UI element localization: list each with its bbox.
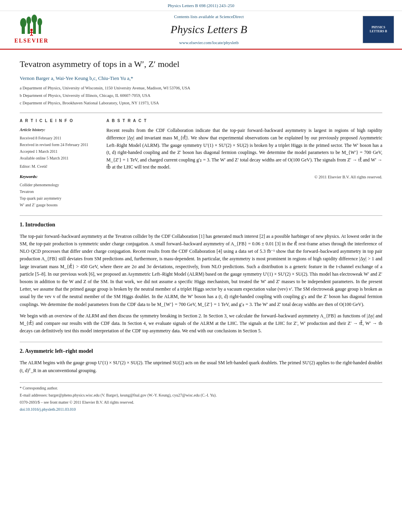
doi-line[interactable]: doi:10.1016/j.physletb.2011.03.010 [20, 406, 382, 412]
issn-line: 0370-2693/$ – see front matter © 2011 El… [20, 399, 382, 405]
article-history-label: Article history: [20, 127, 99, 133]
svg-point-7 [37, 18, 42, 26]
editor: Editor: M. Cvetič [20, 163, 99, 170]
section-1-title: 1. Introduction [20, 221, 382, 229]
article-info-header: A R T I C L E I N F O [20, 118, 99, 124]
alrm-para-1: The ALRM begins with the gauge group U′(… [20, 359, 382, 374]
article-title-section: Tevatron asymmetry of tops in a W′, Z′ m… [20, 57, 382, 107]
two-col-section: A R T I C L E I N F O Article history: R… [20, 113, 382, 208]
sciencedirect-link[interactable]: ScienceDirect [220, 14, 244, 19]
keyword-2: Tevatron [20, 188, 99, 195]
affiliation-a: a Department of Physics, University of W… [20, 85, 382, 92]
svg-line-11 [30, 35, 32, 36]
abstract-header: A B S T R A C T [106, 118, 382, 124]
journal-title-banner: Physics Letters B [55, 21, 363, 38]
keywords-list: Collider phenomenology Tevatron Top quar… [20, 182, 99, 208]
svg-rect-2 [28, 24, 30, 34]
journal-logo-right: PHYSICS LETTERS B [363, 16, 394, 43]
online-date: Available online 5 March 2011 [20, 155, 99, 161]
svg-point-8 [30, 29, 33, 31]
journal-banner: ELSEVIER Contents lists available at Sci… [0, 11, 402, 49]
section-alrm: 2. Asymmetric left–right model The ALRM … [20, 342, 382, 374]
journal-header: Physics Letters B 698 (2011) 243–250 [0, 0, 402, 50]
intro-para-2: We begin with an overview of the ALRM an… [20, 312, 382, 335]
revised-date: Received in revised form 24 February 201… [20, 141, 99, 148]
affiliation-c: c Department of Physics, Brookhaven Nati… [20, 100, 382, 107]
svg-line-12 [32, 35, 33, 36]
intro-para-1: The top-pair forward–backward asymmetry … [20, 233, 382, 308]
svg-rect-4 [33, 22, 36, 34]
corresponding-author: * Corresponding author. [20, 385, 382, 391]
copyright-line: © 2011 Elsevier B.V. All rights reserved… [106, 174, 382, 180]
keyword-3: Top quark pair asymmetry [20, 195, 99, 202]
svg-point-3 [26, 17, 31, 24]
svg-point-1 [20, 18, 26, 28]
journal-citation: Physics Letters B 698 (2011) 243–250 [168, 3, 234, 8]
authors: Vernon Barger a, Wai-Yee Keung b,c, Chiu… [20, 74, 382, 82]
affiliations: a Department of Physics, University of W… [20, 85, 382, 106]
section-introduction: 1. Introduction The top-pair forward–bac… [20, 215, 382, 335]
accepted-date: Accepted 1 March 2011 [20, 148, 99, 155]
elsevier-tree-icon [20, 14, 43, 36]
email-addresses: barger@pheno.physics.wisc.edu (V. Barger… [48, 393, 216, 397]
footnote-section: * Corresponding author. E-mail addresses… [20, 382, 382, 412]
email-label: E-mail addresses: [20, 393, 48, 397]
journal-center: Contents lists available at ScienceDirec… [55, 13, 363, 46]
keywords-label: Keywords: [20, 174, 99, 180]
journal-top-bar: Physics Letters B 698 (2011) 243–250 [0, 2, 402, 9]
article-info: A R T I C L E I N F O Article history: R… [20, 118, 99, 208]
svg-rect-6 [39, 25, 41, 34]
main-content: Tevatron asymmetry of tops in a W′, Z′ m… [0, 50, 402, 421]
received-date: Received 8 February 2011 [20, 135, 99, 141]
keyword-4: W′ and Z′ gauge bosons [20, 202, 99, 208]
keyword-1: Collider phenomenology [20, 182, 99, 188]
abstract-section: A B S T R A C T Recent results from the … [106, 118, 382, 208]
section-2-title: 2. Asymmetric left–right model [20, 347, 382, 355]
journal-url[interactable]: www.elsevier.com/locate/physletb [55, 39, 363, 46]
elsevier-logo: ELSEVIER [8, 14, 55, 45]
article-info-dates: Received 8 February 2011 Received in rev… [20, 135, 99, 170]
abstract-text: Recent results from the CDF Collaboratio… [106, 127, 382, 171]
elsevier-text: ELSEVIER [15, 37, 49, 45]
contents-line: Contents lists available at ScienceDirec… [55, 13, 363, 20]
email-line: E-mail addresses: barger@pheno.physics.w… [20, 392, 382, 398]
article-title: Tevatron asymmetry of tops in a W′, Z′ m… [20, 57, 382, 70]
svg-point-5 [32, 15, 37, 23]
affiliation-b: b Department of Physics, University of I… [20, 93, 382, 99]
